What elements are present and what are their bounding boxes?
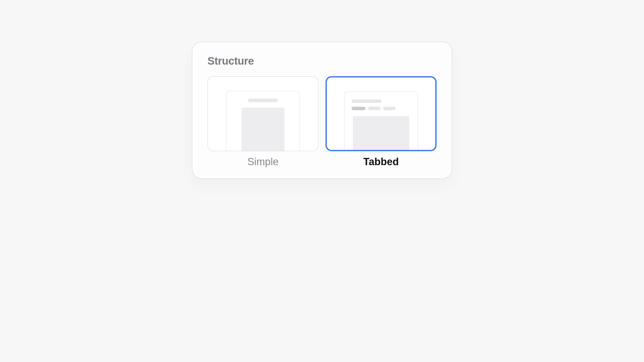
mock-tab-active-placeholder bbox=[352, 107, 365, 110]
structure-picker-title: Structure bbox=[207, 55, 437, 67]
mock-title-placeholder bbox=[248, 99, 278, 102]
mock-content-placeholder bbox=[353, 116, 409, 151]
structure-options: Simple Tabbed bbox=[207, 76, 437, 168]
structure-option-simple[interactable]: Simple bbox=[207, 76, 319, 168]
mock-page-simple-icon bbox=[226, 91, 300, 151]
mock-content-placeholder bbox=[241, 108, 284, 151]
mock-tab-placeholder bbox=[368, 107, 380, 110]
mock-tab-placeholder bbox=[383, 107, 396, 110]
structure-thumbnail-tabbed bbox=[325, 76, 437, 151]
structure-option-tabbed[interactable]: Tabbed bbox=[325, 76, 437, 168]
structure-option-tabbed-label: Tabbed bbox=[363, 156, 399, 168]
structure-thumbnail-simple bbox=[207, 76, 319, 151]
mock-tabs-placeholder bbox=[352, 107, 396, 110]
mock-title-placeholder bbox=[352, 99, 382, 103]
mock-page-tabbed-icon bbox=[344, 91, 418, 151]
structure-picker-panel: Structure Simple bbox=[192, 42, 452, 179]
structure-option-simple-label: Simple bbox=[247, 156, 279, 168]
